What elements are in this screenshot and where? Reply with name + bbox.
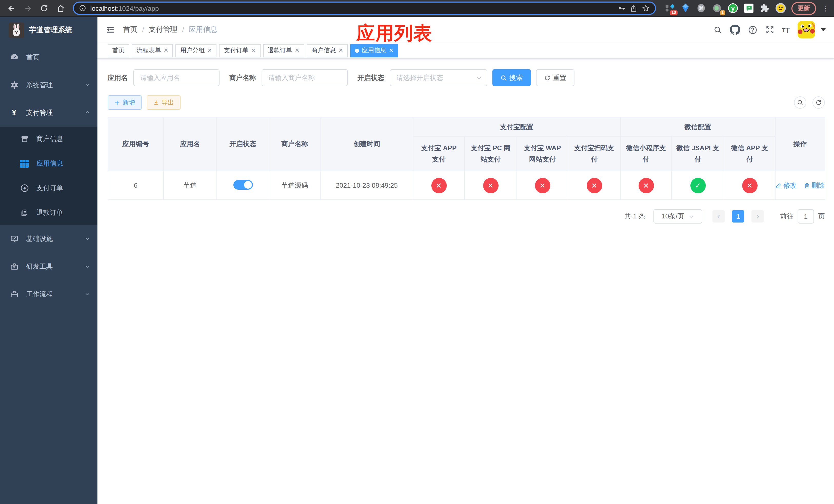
cell-app-id: 6 <box>108 171 163 200</box>
search-button[interactable]: 搜索 <box>492 69 531 86</box>
tab-label: 商户信息 <box>311 46 336 55</box>
sidebar-item-workflow[interactable]: 工作流程 <box>0 280 97 308</box>
breadcrumb-payment[interactable]: 支付管理 <box>149 25 177 35</box>
status-wechat-app: ✕ <box>742 178 757 193</box>
extension-gem-icon[interactable] <box>680 3 690 13</box>
browser-reload-icon[interactable] <box>37 1 51 15</box>
sidebar-subitem-app-info[interactable]: 应用信息 <box>0 151 97 176</box>
reset-button[interactable]: 重置 <box>536 69 574 86</box>
browser-menu-icon[interactable]: ⋮ <box>822 4 827 12</box>
gear-icon <box>10 81 19 89</box>
sidebar-item-infrastructure[interactable]: 基础设施 <box>0 225 97 253</box>
col-group-alipay: 支付宝配置 <box>413 117 620 137</box>
extension-chat-icon[interactable] <box>744 3 754 13</box>
extension-grid-icon[interactable]: 10 <box>664 3 675 13</box>
user-avatar[interactable] <box>797 21 815 39</box>
extensions-puzzle-icon[interactable] <box>760 3 770 13</box>
page-size-select[interactable]: 10条/页 <box>654 209 702 224</box>
merchant-name-input[interactable] <box>262 69 348 86</box>
search-button-label: 搜索 <box>509 73 523 82</box>
browser-extensions: 10 ⌘ 1 y 更新 ⋮ <box>661 2 830 15</box>
col-status: 开启状态 <box>217 117 269 171</box>
chevron-down-icon <box>85 291 90 298</box>
sidebar: 芋道管理系统 首页 系统管理 ¥ 支付管理 <box>0 17 97 504</box>
browser-toolbar: localhost:1024/pay/app 10 ⌘ <box>0 0 834 17</box>
sidebar-item-label: 基础设施 <box>26 234 77 244</box>
app-title: 芋道管理系统 <box>29 26 72 35</box>
col-created: 创建时间 <box>320 117 413 171</box>
url-text[interactable]: localhost:1024/pay/app <box>90 4 613 12</box>
close-icon[interactable]: ✕ <box>295 47 299 54</box>
share-icon[interactable] <box>630 4 638 12</box>
status-label: 开启状态 <box>357 73 384 82</box>
tab-user-group[interactable]: 用户分组✕ <box>175 44 216 57</box>
refresh-button[interactable] <box>812 96 825 109</box>
sidebar-item-payment[interactable]: ¥ 支付管理 <box>0 99 97 127</box>
url-bar[interactable]: localhost:1024/pay/app <box>73 2 656 15</box>
sidebar-subitem-merchant-info[interactable]: 商户信息 <box>0 127 97 151</box>
extension-y-icon[interactable]: y <box>728 3 738 13</box>
sidebar-item-label: 支付订单 <box>37 184 90 193</box>
sidebar-fold-icon[interactable] <box>106 25 115 35</box>
yen-icon: ¥ <box>10 108 19 117</box>
browser-home-icon[interactable] <box>53 1 68 15</box>
close-icon[interactable]: ✕ <box>389 47 393 54</box>
bookmark-star-icon[interactable] <box>642 4 650 12</box>
sidebar-subitem-pay-order[interactable]: ¥ 支付订单 <box>0 176 97 201</box>
tab-refund-order[interactable]: 退款订单✕ <box>263 44 304 57</box>
close-icon[interactable]: ✕ <box>207 47 212 54</box>
prev-page-button[interactable] <box>712 210 725 223</box>
avatar-caret-icon[interactable] <box>821 28 826 31</box>
next-page-button[interactable] <box>751 210 764 223</box>
dashboard-icon <box>10 53 19 62</box>
sidebar-item-label: 商户信息 <box>37 134 90 143</box>
sidebar-subitem-refund-order[interactable]: 退款订单 <box>0 201 97 225</box>
close-icon[interactable]: ✕ <box>251 47 256 54</box>
status-toggle[interactable] <box>233 180 253 189</box>
font-size-icon[interactable]: TT <box>782 25 790 34</box>
show-search-icon-button[interactable] <box>794 96 806 109</box>
github-icon[interactable] <box>730 25 740 35</box>
browser-back-icon[interactable] <box>4 1 19 15</box>
tab-process-form[interactable]: 流程表单✕ <box>132 44 173 57</box>
extension-recorder-icon[interactable]: 1 <box>712 3 722 13</box>
breadcrumb-home[interactable]: 首页 <box>123 25 137 35</box>
header-search-icon[interactable] <box>713 25 722 34</box>
sidebar-item-label: 支付管理 <box>26 108 77 117</box>
password-key-icon[interactable] <box>618 4 626 12</box>
status-select[interactable]: 请选择开启状态 <box>390 69 487 86</box>
sidebar-logo-row[interactable]: 芋道管理系统 <box>0 17 97 44</box>
close-icon[interactable]: ✕ <box>163 47 168 54</box>
help-icon[interactable] <box>748 25 757 35</box>
sidebar-item-system[interactable]: 系统管理 <box>0 71 97 99</box>
fullscreen-icon[interactable] <box>765 25 774 35</box>
sidebar-item-label: 退款订单 <box>37 208 90 217</box>
app-name-input[interactable] <box>133 69 220 86</box>
delete-link[interactable]: 删除 <box>804 181 825 190</box>
goto-page-input[interactable] <box>797 209 814 224</box>
extension-command-icon[interactable]: ⌘ <box>696 3 706 13</box>
export-button[interactable]: 导出 <box>147 95 180 110</box>
toggle-knob <box>244 181 251 188</box>
site-info-icon[interactable] <box>79 5 86 12</box>
page-number-button[interactable]: 1 <box>732 210 744 223</box>
svg-text:¥: ¥ <box>23 186 26 190</box>
sidebar-item-home[interactable]: 首页 <box>0 44 97 71</box>
col-app-name: 应用名 <box>163 117 217 171</box>
chevron-down-icon <box>85 235 90 243</box>
browser-profile-avatar[interactable] <box>775 3 786 13</box>
sidebar-item-devtools[interactable]: 研发工具 <box>0 253 97 280</box>
sidebar-item-label: 系统管理 <box>26 81 77 90</box>
close-icon[interactable]: ✕ <box>338 47 343 54</box>
browser-update-button[interactable]: 更新 <box>791 2 816 15</box>
browser-forward-icon[interactable] <box>21 1 35 15</box>
tab-home[interactable]: 首页 <box>108 44 129 57</box>
status-select-placeholder: 请选择开启状态 <box>396 73 443 82</box>
tab-pay-order[interactable]: 支付订单✕ <box>219 44 260 57</box>
tab-merchant-info[interactable]: 商户信息✕ <box>307 44 348 57</box>
status-alipay-app: ✕ <box>431 178 446 193</box>
delete-link-label: 删除 <box>811 181 825 190</box>
sidebar-item-label: 工作流程 <box>26 290 77 299</box>
edit-link[interactable]: 修改 <box>775 181 796 190</box>
add-button[interactable]: 新增 <box>108 95 141 110</box>
